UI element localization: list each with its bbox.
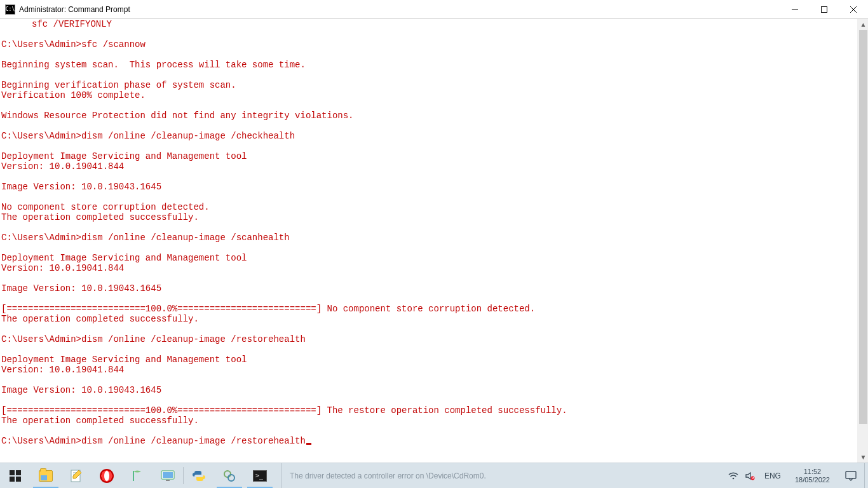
terminal-current-line: C:\Users\Admin>dism /online /cleanup-ima… (1, 436, 857, 446)
terminal-line (1, 273, 857, 283)
terminal-line: C:\Users\Admin>dism /online /cleanup-ima… (1, 233, 857, 243)
terminal-line (1, 29, 857, 39)
taskbar: >_ The driver detected a controller erro… (0, 463, 868, 488)
terminal-line (1, 395, 857, 405)
action-center-icon[interactable] (840, 471, 862, 481)
terminal-line (1, 172, 857, 182)
taskbar-app-python[interactable] (184, 463, 214, 488)
terminal-line (1, 344, 857, 355)
svg-rect-2 (16, 470, 21, 475)
opera-icon (99, 468, 114, 484)
taskbar-app-generic-green[interactable] (122, 463, 153, 488)
svg-rect-13 (846, 471, 856, 478)
terminal-area: sfc /VERIFYONLYC:\Users\Admin>sfc /scann… (0, 19, 868, 463)
taskbar-app-opera[interactable] (92, 463, 122, 488)
svg-rect-8 (166, 480, 170, 481)
language-indicator[interactable]: ENG (761, 471, 785, 480)
terminal-line: sfc /VERIFYONLY (1, 19, 857, 29)
terminal-line: Windows Resource Protection did not find… (1, 111, 857, 121)
terminal-cursor (306, 443, 311, 445)
terminal-line: [==========================100.0%=======… (1, 304, 857, 314)
svg-rect-1 (10, 470, 15, 475)
show-desktop-button[interactable] (864, 463, 868, 488)
terminal-line: Beginning system scan. This process will… (1, 60, 857, 70)
svg-rect-0 (822, 6, 827, 12)
vertical-scrollbar[interactable]: ▲ ▼ (857, 19, 868, 463)
terminal-line (1, 121, 857, 131)
terminal-line (1, 141, 857, 151)
python-icon (191, 468, 207, 484)
taskbar-app-services[interactable] (214, 463, 245, 488)
svg-rect-3 (10, 477, 15, 482)
terminal-line: C:\Users\Admin>sfc /scannow (1, 39, 857, 50)
terminal-line: Deployment Image Servicing and Managemen… (1, 355, 857, 365)
minimize-button[interactable] (780, 0, 810, 19)
tray-date: 18/05/2022 (795, 476, 830, 484)
terminal-line (1, 426, 857, 436)
terminal-line (1, 375, 857, 385)
terminal-line: C:\Users\Admin>dism /online /cleanup-ima… (1, 131, 857, 141)
svg-point-11 (733, 477, 735, 479)
terminal-line: [==========================100.0%=======… (1, 405, 857, 416)
svg-rect-4 (16, 477, 21, 482)
terminal-line: The operation completed successfully. (1, 314, 857, 324)
terminal-line: Deployment Image Servicing and Managemen… (1, 253, 857, 263)
taskbar-event-notice[interactable]: The driver detected a controller error o… (281, 463, 637, 488)
event-text: The driver detected a controller error o… (290, 471, 486, 480)
svg-rect-7 (163, 472, 173, 478)
terminal-line: Verification 100% complete. (1, 90, 857, 100)
terminal-line: Version: 10.0.19041.844 (1, 161, 857, 172)
terminal-line: The operation completed successfully. (1, 212, 857, 222)
taskbar-app-monitor[interactable] (153, 463, 183, 488)
terminal-line: The operation completed successfully. (1, 416, 857, 426)
terminal-line: Version: 10.0.19041.844 (1, 365, 857, 375)
terminal-line (1, 192, 857, 202)
terminal-line (1, 222, 857, 233)
svg-point-9 (224, 471, 231, 477)
terminal-line: Image Version: 10.0.19043.1645 (1, 182, 857, 192)
notepad-icon (69, 468, 84, 484)
svg-point-10 (228, 475, 234, 481)
terminal-line (1, 100, 857, 111)
file-explorer-icon (38, 468, 53, 484)
start-button[interactable] (0, 463, 31, 488)
monitor-icon (160, 468, 175, 484)
terminal-line: No component store corruption detected. (1, 202, 857, 212)
services-icon (222, 468, 237, 484)
tray-time: 11:52 (795, 468, 830, 476)
maximize-button[interactable] (810, 0, 839, 19)
terminal-line: Image Version: 10.0.19043.1645 (1, 283, 857, 294)
scroll-up-arrow-icon[interactable]: ▲ (858, 19, 868, 30)
terminal-line: Image Version: 10.0.19043.1645 (1, 385, 857, 395)
taskbar-app-command-prompt[interactable]: >_ (245, 463, 275, 488)
close-button[interactable] (839, 0, 868, 19)
terminal-line (1, 324, 857, 334)
terminal-line (1, 70, 857, 80)
volume-muted-icon[interactable] (744, 470, 756, 482)
window-title: Administrator: Command Prompt (19, 5, 130, 14)
scroll-thumb[interactable] (859, 30, 867, 424)
terminal-output[interactable]: sfc /VERIFYONLYC:\Users\Admin>sfc /scann… (0, 19, 857, 463)
system-tray: ENG 11:52 18/05/2022 (725, 463, 864, 488)
tray-clock[interactable]: 11:52 18/05/2022 (790, 468, 835, 484)
app-icon: C:\ (5, 4, 15, 15)
green-flag-icon (130, 468, 145, 484)
terminal-line (1, 243, 857, 253)
terminal-line: Deployment Image Servicing and Managemen… (1, 151, 857, 161)
terminal-line (1, 50, 857, 60)
wifi-icon[interactable] (728, 470, 739, 482)
terminal-line: Beginning verification phase of system s… (1, 80, 857, 90)
taskbar-app-file-explorer[interactable] (31, 463, 61, 488)
window-titlebar: C:\ Administrator: Command Prompt (0, 0, 868, 19)
windows-logo-icon (8, 468, 23, 484)
scroll-down-arrow-icon[interactable]: ▼ (858, 452, 868, 463)
terminal-line (1, 294, 857, 304)
terminal-line: C:\Users\Admin>dism /online /cleanup-ima… (1, 334, 857, 344)
terminal-line: Version: 10.0.19041.844 (1, 263, 857, 273)
command-prompt-icon: >_ (252, 468, 268, 484)
taskbar-app-notepad[interactable] (61, 463, 92, 488)
